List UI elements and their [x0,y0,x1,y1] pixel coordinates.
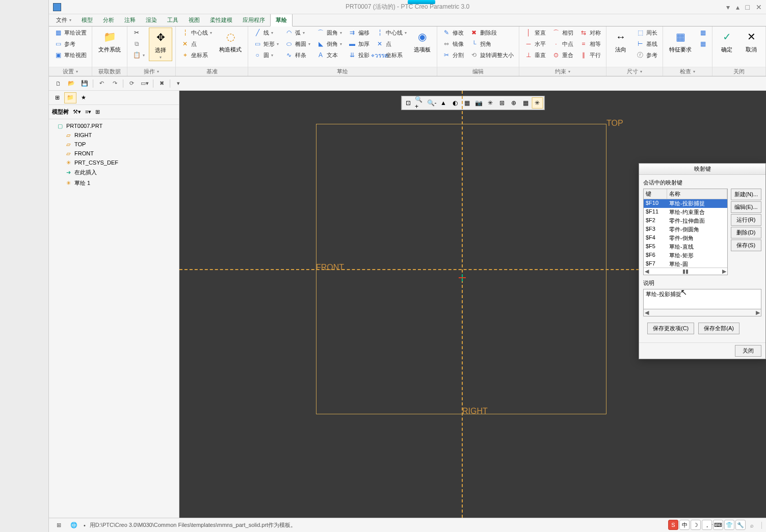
repaint-button[interactable]: ▲ [438,97,449,109]
new-button[interactable]: 🗋 [53,78,63,89]
regen-button[interactable]: ⟳ [126,78,137,89]
save-all-button[interactable]: 保存全部(A) [698,323,739,334]
mapkey-row[interactable]: $F5草绘-直线 [644,243,727,251]
ime-logo-icon[interactable]: S [668,520,678,530]
close-button[interactable]: ✕ [756,3,762,11]
tree-item-top[interactable]: ▱TOP [50,140,178,149]
close-dialog-button[interactable]: 关闭 [735,345,761,357]
divide-button[interactable]: ✂分割 [440,50,466,60]
symmetric-constraint-button[interactable]: ⇆对称 [577,28,603,38]
annotation-display-button[interactable]: ⊞ [496,97,508,109]
tree-expand-icon[interactable]: ⊞ [95,109,100,115]
tree-item-sketch1[interactable]: ✳草绘 1 [50,178,178,189]
minimize-button[interactable]: ▾ [726,3,730,11]
line-button[interactable]: ╱线▾ [251,28,281,38]
project-button[interactable]: ⇊投影 [346,50,372,60]
desc-scroll-right-icon[interactable]: ▶ [756,309,760,316]
zoom-in-button[interactable]: 🔍+ [414,97,426,109]
coincident-constraint-button[interactable]: ⊙重合 [550,50,575,60]
refit-button[interactable]: ⊡ [403,97,414,109]
view-button[interactable]: ▦ [461,97,472,109]
point2-button[interactable]: ✕点 [374,39,409,49]
tree-root[interactable]: ▢PRT0007.PRT [50,121,178,130]
grid-button[interactable]: ▦ [520,97,531,109]
maximize-button[interactable]: □ [746,3,750,11]
tree-tab-3[interactable]: ★ [77,92,90,103]
help-button[interactable]: ▴ [736,3,739,11]
perimeter-button[interactable]: ⬚周长 [634,28,659,38]
redo-button[interactable]: ↷ [110,78,120,89]
ime-punct-icon[interactable]: ， [702,520,712,530]
tab-render[interactable]: 渲染 [141,14,162,26]
mapkey-row[interactable]: $F3零件-倒圆角 [644,225,727,234]
shading-button[interactable]: ◐ [450,97,461,109]
open-button[interactable]: 📂 [66,78,76,89]
spline-button[interactable]: ∿样条 [283,50,312,60]
snap-button[interactable]: ✳ [532,97,543,109]
construct-mode-button[interactable]: ◌构造模式 [216,28,245,55]
corner-button[interactable]: └拐角 [468,39,516,49]
vertical-constraint-button[interactable]: │竖直 [522,28,548,38]
windows-button[interactable]: ▭▾ [140,78,150,89]
status-browser-icon[interactable]: 🌐 [68,520,80,530]
offset-button[interactable]: ⇉偏移 [346,28,372,38]
tangent-constraint-button[interactable]: ⌒相切 [550,28,575,38]
tab-tools[interactable]: 工具 [162,14,183,26]
parallel-constraint-button[interactable]: ∥平行 [577,50,603,60]
mapkeys-list[interactable]: 键 名称 $F10草绘-投影捕捉$F11草绘-约束重合$F2零件-拉伸曲面$F3… [643,189,728,275]
sketch-settings-button[interactable]: ▦草绘设置 [52,28,89,38]
perpendicular-constraint-button[interactable]: ⊥垂直 [522,50,548,60]
zoom-out-button[interactable]: 🔍- [426,97,437,109]
tree-tab-2[interactable]: 📁 [64,92,76,103]
ime-keyboard-icon[interactable]: ⌨ [713,520,723,530]
scroll-right-icon[interactable]: ▶ [722,268,726,275]
tab-annotate[interactable]: 注释 [119,14,141,26]
cut-button[interactable]: ✂ [130,28,147,38]
undo-button[interactable]: ↶ [96,78,107,89]
spin-center-button[interactable]: ⊕ [508,97,519,109]
scroll-left-icon[interactable]: ◀ [645,268,649,275]
ime-moon-icon[interactable]: ☽ [691,520,701,530]
tree-item-csys[interactable]: ✳PRT_CSYS_DEF [50,158,178,167]
feature-req-button[interactable]: ▦特征要求 [666,28,695,55]
inspect-1-button[interactable]: ▦ [697,28,709,38]
circle-button[interactable]: ○圆▾ [251,50,281,60]
mapkey-row[interactable]: $F4零件-倒角 [644,234,727,243]
save-quickbutton[interactable]: 💾 [80,78,90,89]
tree-tab-1[interactable]: ⊞ [51,92,63,103]
normal-dim-button[interactable]: ↔法向 [610,28,632,55]
tree-settings-icon[interactable]: ⚒▾ [73,109,81,115]
centerline-button[interactable]: ╎中心线▾ [179,28,214,38]
tab-analysis[interactable]: 分析 [98,14,119,26]
text-button[interactable]: A文本 [314,50,344,60]
tab-flex[interactable]: 柔性建模 [205,14,237,26]
ime-lang-button[interactable]: 中 [679,520,690,530]
cancel-button[interactable]: ✕取消 [740,28,762,55]
reference-button[interactable]: ▭参考 [52,39,89,49]
mirror-button[interactable]: ⇔镜像 [440,39,466,49]
run-mapkey-button[interactable]: 运行(R) [731,214,761,226]
save-mapkey-button[interactable]: 保存(S) [731,240,761,251]
tab-app[interactable]: 应用程序 [237,14,270,26]
copy-button[interactable]: ⧉ [130,39,147,49]
tab-file[interactable]: 文件▾ [51,14,76,26]
new-mapkey-button[interactable]: 新建(N)... [731,189,761,200]
sketch-view-button[interactable]: ▣草绘视图 [52,50,89,60]
tree-filter-icon[interactable]: ≡▾ [85,109,91,115]
customize-button[interactable]: ▾ [173,78,183,89]
rect-button[interactable]: ▭矩形▾ [251,39,281,49]
desc-scroll-left-icon[interactable]: ◀ [645,309,649,316]
datum-display-button[interactable]: ✳ [485,97,496,109]
tab-view[interactable]: 视图 [183,14,205,26]
tree-item-insert[interactable]: ➜在此插入 [50,167,178,178]
rotate-resize-button[interactable]: ⟲旋转调整大小 [468,50,516,60]
tab-sketch[interactable]: 草绘 [270,14,293,26]
edit-mapkey-button[interactable]: 编辑(E)... [731,201,761,213]
arc-button[interactable]: ◠弧▾ [283,28,312,38]
tab-model[interactable]: 模型 [76,14,98,26]
modify-button[interactable]: ✎修改 [440,28,466,38]
horizontal-constraint-button[interactable]: ─水平 [522,39,548,49]
thicken-button[interactable]: ▬加厚 [346,39,372,49]
mapkey-row[interactable]: $F7草绘-圆 [644,260,727,268]
mapkey-row[interactable]: $F2零件-拉伸曲面 [644,217,727,225]
